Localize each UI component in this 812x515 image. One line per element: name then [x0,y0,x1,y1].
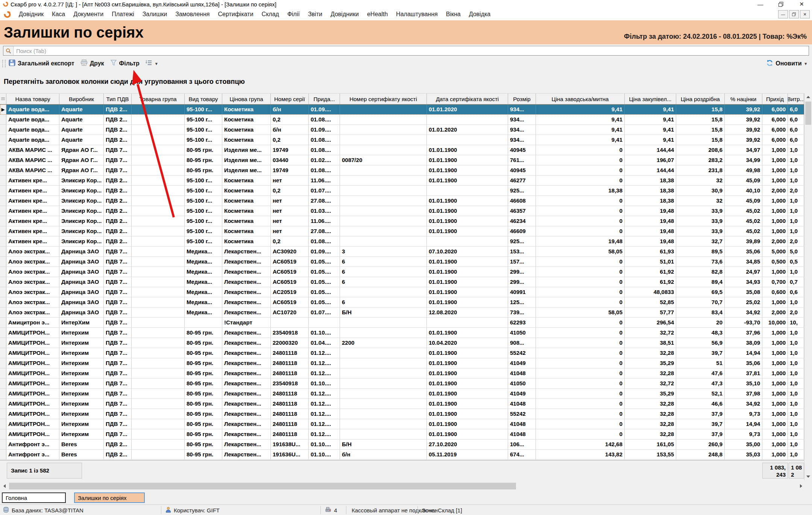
cell-retail[interactable]: 30,9 [676,186,725,195]
cell-expiry[interactable]: 01.08.... [309,165,340,175]
cell-expiry[interactable]: 01.12.... [309,429,340,439]
cell-certnum[interactable] [340,328,427,338]
cell-certnum[interactable] [340,379,427,388]
cell-name[interactable]: Активен кре... [6,226,59,236]
cell-certdate[interactable] [427,236,508,246]
cell-kind[interactable]: 80-95 грн. [185,379,222,388]
cell-out[interactable]: 1,0 [788,399,804,409]
cell-out[interactable]: 10, [788,318,804,327]
cell-markup[interactable]: 34,99 [725,155,762,165]
cell-group[interactable] [132,216,185,226]
cell-factory[interactable]: 58,05 [536,247,625,256]
cell-purchase[interactable]: 32,28 [625,409,676,419]
cell-group[interactable] [132,348,185,358]
cell-expiry[interactable]: 01.03.... [309,206,340,216]
cell-certdate[interactable]: 01.01.2020 [427,105,508,114]
cell-purchase[interactable]: 57,77 [625,307,676,317]
cell-name[interactable]: Алоэ экстрак... [6,267,59,277]
table-row[interactable]: Активен кре...Эликсир Кор...ПДВ 2...95-1… [0,236,804,247]
cell-series[interactable]: 24801118 [271,419,309,429]
cell-manuf[interactable]: Дарница ЗАО [59,297,104,307]
cell-vat[interactable]: ПДВ 7... [104,368,132,378]
cell-group[interactable] [132,236,185,246]
cell-kind[interactable]: 95-100 г... [185,135,222,145]
cell-markup[interactable]: 45,09 [725,176,762,185]
cell-markup[interactable]: 14,94 [725,419,762,429]
cell-purchase[interactable]: 61,93 [625,247,676,256]
cell-certnum[interactable] [340,216,427,226]
cell-retail[interactable]: 52,1 [676,389,725,398]
cell-out[interactable]: 1,0 [788,439,804,449]
table-row[interactable]: АКВА МАРИС ...Ядран АО Г...ПДВ 7...80-95… [0,145,804,155]
cell-group[interactable] [132,135,185,145]
maximize-button[interactable] [771,0,791,8]
cell-out[interactable]: 1,0 [788,450,804,459]
cell-vat[interactable]: ПДВ 7... [104,287,132,297]
cell-certnum[interactable] [340,287,427,297]
cell-out[interactable]: 1,0 [788,297,804,307]
cell-pricegroup[interactable]: Лекарствен... [222,389,271,398]
cell-group[interactable] [132,307,185,317]
cell-name[interactable]: АМИЦИТРОН... [6,368,59,378]
table-row[interactable]: Aquarte вода...AquarteПДВ 2...95-100 г..… [0,135,804,145]
column-header-purchase[interactable]: Ціна закупівел... [625,94,676,104]
cell-markup[interactable]: 39,92 [725,105,762,114]
table-row[interactable]: АМИЦИТРОН...ИнтерхимПДВ 7...80-95 грн.Ле… [0,379,804,389]
cell-series[interactable]: нет [271,176,309,185]
cell-factory[interactable]: 18,38 [536,186,625,195]
column-header-certdate[interactable]: Дата сертифіката якості [427,94,508,104]
cell-vat[interactable]: ПДВ 7... [104,409,132,419]
cell-manuf[interactable]: Эликсир Кор... [59,196,104,206]
cell-income[interactable]: 1,000 [762,450,788,459]
cell-vat[interactable]: ПДВ 7... [104,267,132,277]
cell-certdate[interactable]: 01.01.1900 [427,368,508,378]
cell-certnum[interactable]: Б/Н [340,439,427,449]
cell-manuf[interactable]: Дарница ЗАО [59,247,104,256]
cell-markup[interactable]: 45,02 [725,216,762,226]
cell-factory[interactable]: 0 [536,206,625,216]
cell-vat[interactable]: ПДВ 7... [104,419,132,429]
cell-factory[interactable]: 0 [536,328,625,338]
cell-factory[interactable]: 0 [536,176,625,185]
cell-certdate[interactable]: 07.10.2020 [427,247,508,256]
cell-pricegroup[interactable]: Изделия ме... [222,155,271,165]
cell-group[interactable] [132,328,185,338]
cell-factory[interactable]: 143,82 [536,450,625,459]
cell-manuf[interactable]: Интерхим [59,379,104,388]
cell-retail[interactable]: 33,9 [676,216,725,226]
table-row[interactable]: АМИЦИТРОН...ИнтерхимПДВ 7...80-95 грн.Ле… [0,328,804,338]
cell-certnum[interactable] [340,318,427,327]
cell-vat[interactable]: ПДВ 7... [104,348,132,358]
cell-out[interactable]: 6,0 [788,105,804,114]
cell-expiry[interactable]: 01.05.... [309,257,340,267]
cell-group[interactable] [132,409,185,419]
cell-expiry[interactable]: 01.07.... [309,307,340,317]
cell-vat[interactable]: ПДВ 7... [104,318,132,327]
cell-name[interactable]: Активен кре... [6,176,59,185]
cell-factory[interactable]: 0 [536,277,625,287]
cell-manuf[interactable]: Интерхим [59,338,104,348]
cell-certdate[interactable]: 01.01.1900 [427,206,508,216]
cell-vat[interactable]: ПДВ 7... [104,257,132,267]
cell-size[interactable]: 925... [508,236,536,246]
cell-group[interactable] [132,318,185,327]
table-row[interactable]: Активен кре...Эликсир Кор...ПДВ 2...95-1… [0,216,804,226]
cell-markup[interactable]: 37,98 [725,389,762,398]
table-row[interactable]: Антифронт э...BeresПДВ 2...80-95 грн.Лек… [0,450,804,460]
cell-manuf[interactable]: Интерхим [59,328,104,338]
cell-name[interactable]: АМИЦИТРОН... [6,429,59,439]
cell-expiry[interactable]: 01.12.... [309,368,340,378]
column-header-retail[interactable]: Ціна роздрібна [676,94,725,104]
cell-retail[interactable]: 208,6 [676,145,725,155]
cell-income[interactable]: 1,000 [762,176,788,185]
cell-size[interactable]: 41050 [508,328,536,338]
cell-purchase[interactable]: 9,41 [625,105,676,114]
cell-name[interactable]: Алоэ экстрак... [6,277,59,287]
cell-out[interactable]: 5,0 [788,247,804,256]
cell-markup[interactable]: 34,93 [725,277,762,287]
cell-group[interactable] [132,257,185,267]
cell-markup[interactable]: 24,97 [725,267,762,277]
cell-vat[interactable]: ПДВ 7... [104,358,132,368]
cell-purchase[interactable]: 48,0833 [625,287,676,297]
cell-factory[interactable]: 9,41 [536,115,625,124]
